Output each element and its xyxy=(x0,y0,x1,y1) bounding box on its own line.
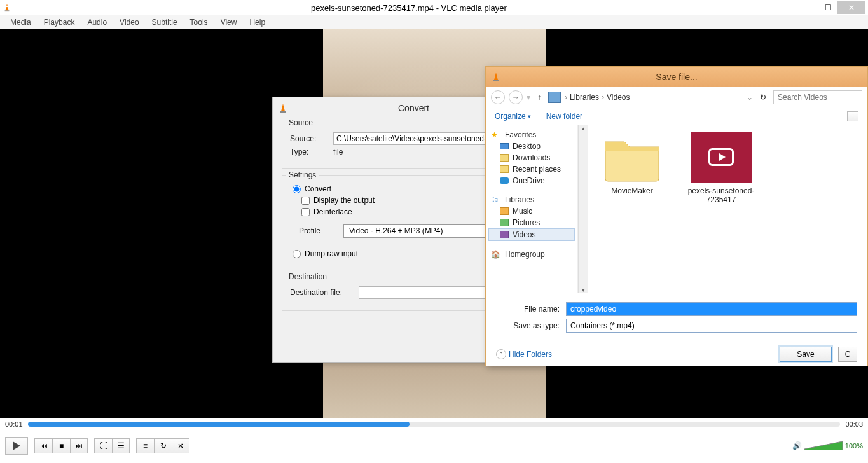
prev-track-button[interactable]: ⏮ xyxy=(34,438,52,453)
svg-rect-9 xyxy=(493,80,499,81)
loop-button[interactable]: ↻ xyxy=(154,438,172,453)
vlc-cone-icon xyxy=(491,72,501,82)
crumb-videos[interactable]: Videos xyxy=(607,93,630,102)
libraries-icon: 🗂 xyxy=(491,195,501,204)
ext-settings-button[interactable]: ☰ xyxy=(112,438,130,453)
tree-desktop[interactable]: Desktop xyxy=(488,141,575,152)
star-icon: ★ xyxy=(491,130,501,139)
desktop-icon xyxy=(500,143,509,149)
downloads-icon xyxy=(500,154,509,162)
chk-display-output[interactable] xyxy=(301,197,310,205)
shuffle-button[interactable]: ⤨ xyxy=(172,438,189,453)
time-total[interactable]: 00:03 xyxy=(845,420,863,428)
filename-label: File name: xyxy=(496,305,566,314)
menu-playback[interactable]: Playback xyxy=(38,17,81,28)
menu-tools[interactable]: Tools xyxy=(184,17,214,28)
file-pane[interactable]: MovieMaker pexels-sunsetoned-7235417 xyxy=(588,125,867,293)
organize-menu[interactable]: Organize xyxy=(495,112,531,121)
savefile-toolbar: Organize New folder xyxy=(486,107,867,125)
svg-rect-1 xyxy=(5,10,10,11)
tree-music[interactable]: Music xyxy=(488,205,575,217)
savefile-dialog: Save file... ← → ▾ ↑ › Libraries › Video… xyxy=(485,66,868,366)
savefile-title: Save file... xyxy=(486,67,867,87)
menu-bar: Media Playback Audio Video Subtitle Tool… xyxy=(0,15,868,29)
savefile-navbar: ← → ▾ ↑ › Libraries › Videos ⌄ ↻ xyxy=(486,87,867,107)
savetype-label: Save as type: xyxy=(496,321,566,330)
onedrive-icon xyxy=(500,177,509,184)
time-elapsed[interactable]: 00:01 xyxy=(5,420,23,428)
save-button[interactable]: Save xyxy=(780,347,832,362)
search-input[interactable] xyxy=(773,90,862,104)
play-button[interactable] xyxy=(5,437,28,455)
profile-label: Profile xyxy=(299,226,337,235)
view-options-button[interactable] xyxy=(847,111,858,121)
back-button[interactable]: ← xyxy=(491,90,505,104)
next-track-button[interactable]: ⏭ xyxy=(70,438,88,453)
cancel-button[interactable]: C xyxy=(838,347,857,362)
seek-row: 00:01 00:03 xyxy=(0,418,868,431)
menu-audio[interactable]: Audio xyxy=(81,17,113,28)
window-title: pexels-sunsetoned-7235417.mp4 - VLC medi… xyxy=(17,3,801,13)
menu-help[interactable]: Help xyxy=(243,17,272,28)
vlc-cone-icon xyxy=(278,103,288,113)
volume-slider[interactable] xyxy=(804,441,843,450)
playlist-button[interactable]: ≡ xyxy=(136,438,154,453)
svg-marker-6 xyxy=(281,104,285,111)
volume-percent: 100% xyxy=(845,442,863,450)
controls-bar: ⏮ ■ ⏭ ⛶ ☰ ≡ ↻ ⤨ 🔊 100% xyxy=(0,431,868,461)
crumb-libraries[interactable]: Libraries xyxy=(570,93,599,102)
up-button[interactable]: ↑ xyxy=(534,92,544,102)
source-label: Source: xyxy=(290,134,328,143)
tree-downloads[interactable]: Downloads xyxy=(488,152,575,163)
forward-button[interactable]: → xyxy=(509,90,523,104)
pictures-icon xyxy=(500,219,509,226)
file-moviemaker[interactable]: MovieMaker xyxy=(597,132,667,195)
folder-tree[interactable]: ★Favorites Desktop Downloads Recent plac… xyxy=(486,125,578,293)
filename-input[interactable] xyxy=(566,302,857,316)
hide-folders-toggle[interactable]: Hide Folders xyxy=(496,349,552,359)
folder-icon xyxy=(602,132,663,183)
menu-subtitle[interactable]: Subtitle xyxy=(146,17,184,28)
radio-dump[interactable] xyxy=(293,250,301,258)
menu-video[interactable]: Video xyxy=(113,17,145,28)
file-pexels[interactable]: pexels-sunsetoned-7235417 xyxy=(686,132,756,204)
svg-marker-8 xyxy=(494,73,498,80)
chk-deinterlace[interactable] xyxy=(301,208,310,216)
library-icon xyxy=(548,92,561,103)
videos-icon xyxy=(500,231,509,238)
tree-videos[interactable]: Videos xyxy=(488,228,575,241)
maximize-button[interactable]: ☐ xyxy=(819,1,837,14)
homegroup-icon: 🏠 xyxy=(491,250,501,259)
svg-rect-7 xyxy=(280,111,286,113)
savetype-combo[interactable]: Containers (*.mp4) xyxy=(566,319,857,333)
recent-icon xyxy=(500,165,509,173)
dest-label: Destination file: xyxy=(290,288,354,297)
tree-onedrive[interactable]: OneDrive xyxy=(488,175,575,186)
music-icon xyxy=(500,207,509,215)
radio-convert[interactable] xyxy=(293,185,301,193)
video-file-icon xyxy=(691,132,752,183)
speaker-icon[interactable]: 🔊 xyxy=(792,441,802,450)
main-titlebar: pexels-sunsetoned-7235417.mp4 - VLC medi… xyxy=(0,0,868,15)
refresh-button[interactable]: ↻ xyxy=(757,91,769,104)
type-label: Type: xyxy=(290,148,328,156)
vlc-cone-icon xyxy=(3,3,11,12)
stop-button[interactable]: ■ xyxy=(52,438,70,453)
seek-slider[interactable] xyxy=(28,422,841,427)
close-button[interactable]: ✕ xyxy=(837,1,865,14)
fullscreen-button[interactable]: ⛶ xyxy=(94,438,112,453)
svg-marker-3 xyxy=(13,441,20,450)
tree-scrollbar[interactable] xyxy=(578,125,588,293)
tree-pictures[interactable]: Pictures xyxy=(488,217,575,228)
menu-media[interactable]: Media xyxy=(4,17,38,28)
new-folder-button[interactable]: New folder xyxy=(546,112,582,121)
tree-recent[interactable]: Recent places xyxy=(488,163,575,175)
svg-rect-2 xyxy=(6,6,8,7)
minimize-button[interactable]: — xyxy=(801,1,819,14)
menu-view[interactable]: View xyxy=(214,17,244,28)
